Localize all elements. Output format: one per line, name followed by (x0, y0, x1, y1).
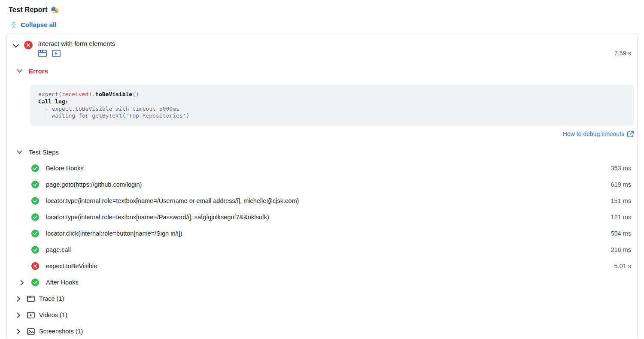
test-step-row[interactable]: After Hooks (7, 274, 637, 291)
chevron-right-icon (17, 312, 21, 318)
success-icon (31, 197, 39, 205)
success-icon (31, 181, 39, 188)
test-attachment-links (38, 50, 614, 57)
success-icon (31, 246, 39, 254)
chevron-right-icon[interactable] (17, 329, 27, 334)
chevron-right-icon (17, 296, 21, 302)
page-title-text: Test Report (9, 6, 47, 14)
test-steps-list: Before Hooks 353 ms page.goto(https://gi… (7, 160, 637, 291)
collapse-all-icon (10, 21, 17, 28)
chevron-down-icon[interactable] (12, 42, 20, 50)
step-label: locator.type(internal:role=textbox[name=… (46, 197, 611, 204)
step-duration: 216 ms (611, 246, 631, 253)
step-duration: 353 ms (611, 165, 631, 172)
error-code-block: expect(received).toBeVisible()Call log: … (30, 85, 634, 126)
collapse-all-label: Collapse all (21, 21, 56, 28)
test-step-row[interactable]: locator.type(internal:role=textbox[name=… (7, 193, 637, 209)
attachment-row[interactable]: Videos (1) (7, 307, 637, 323)
success-icon (31, 213, 39, 221)
chevron-right-icon (17, 329, 21, 334)
video-icon (27, 312, 35, 318)
chevron-down-icon (17, 69, 22, 73)
theater-masks-emoji: 🎭 (50, 6, 59, 14)
attachments-list: Trace (1) Videos (1) Screenshots (1) (7, 291, 637, 339)
step-duration: 151 ms (611, 197, 631, 204)
attachment-label: Trace (1) (39, 295, 64, 302)
error-code-line: - waiting for getByText('Top Repositorie… (38, 112, 626, 120)
trace-icon[interactable] (38, 50, 47, 57)
debug-timeouts-label: How to debug timeouts (563, 130, 624, 137)
test-result-card: interact with form elements 7.59 s Error… (6, 33, 638, 339)
chevron-down-icon (17, 150, 22, 154)
error-code-line: - expect.toBeVisible with timeout 5000ms (38, 106, 626, 113)
chevron-right-icon (20, 280, 24, 285)
errors-label: Errors (29, 67, 48, 75)
error-icon (24, 41, 33, 49)
attachment-row[interactable]: Screenshots (1) (7, 323, 637, 339)
chevron-right-icon[interactable] (20, 280, 31, 285)
step-duration: 5.01 s (614, 263, 632, 269)
test-title-block: interact with form elements (38, 39, 614, 57)
test-report-page: Test Report 🎭 Collapse all (0, 0, 644, 339)
attachment-label: Videos (1) (39, 312, 67, 318)
test-duration: 7.59 s (614, 50, 632, 57)
test-step-row[interactable]: expect.toBeVisible 5.01 s (7, 258, 637, 274)
success-icon (31, 164, 39, 172)
test-step-row[interactable]: locator.click(internal:role=button[name=… (7, 225, 637, 242)
step-duration: 619 ms (611, 181, 631, 188)
step-label: After Hooks (46, 279, 631, 286)
errors-section-header[interactable]: Errors (7, 67, 637, 75)
video-icon[interactable] (52, 50, 61, 57)
test-title: interact with form elements (38, 39, 614, 48)
step-duration: 554 ms (611, 230, 631, 237)
step-label: locator.click(internal:role=button[name=… (46, 230, 611, 237)
step-label: locator.type(internal:role=textbox[name=… (46, 214, 611, 221)
error-icon (31, 262, 39, 270)
step-label: Before Hooks (46, 165, 611, 172)
test-step-row[interactable]: Before Hooks 353 ms (7, 160, 637, 176)
chevron-right-icon[interactable] (17, 296, 27, 302)
attachment-label: Screenshots (1) (39, 328, 83, 335)
test-steps-section-header[interactable]: Test Steps (7, 148, 637, 156)
page-title: Test Report 🎭 (9, 6, 635, 14)
step-label: page.call (46, 246, 611, 253)
step-label: page.goto(https://github.com/login) (46, 181, 611, 188)
error-code-line: expect(received).toBeVisible() (38, 91, 626, 98)
error-code-line: Call log: (38, 98, 626, 106)
debug-row: How to debug timeouts (7, 130, 637, 138)
debug-timeouts-link[interactable]: How to debug timeouts (563, 130, 634, 137)
collapse-all-button[interactable]: Collapse all (9, 21, 635, 28)
test-steps-label: Test Steps (29, 148, 59, 156)
test-header[interactable]: interact with form elements 7.59 s (7, 33, 637, 57)
test-step-row[interactable]: page.goto(https://github.com/login) 619 … (7, 176, 637, 193)
report-header: Test Report 🎭 Collapse all (0, 0, 644, 28)
step-duration: 121 ms (611, 214, 631, 221)
success-icon (31, 230, 39, 237)
trace-icon (27, 296, 35, 302)
step-label: expect.toBeVisible (46, 263, 614, 269)
attachment-row[interactable]: Trace (1) (7, 291, 637, 307)
chevron-right-icon[interactable] (17, 312, 27, 318)
image-icon (27, 328, 35, 335)
test-step-row[interactable]: page.call 216 ms (7, 242, 637, 258)
success-icon (31, 278, 39, 286)
external-link-icon (627, 131, 634, 137)
test-step-row[interactable]: locator.type(internal:role=textbox[name=… (7, 209, 637, 225)
